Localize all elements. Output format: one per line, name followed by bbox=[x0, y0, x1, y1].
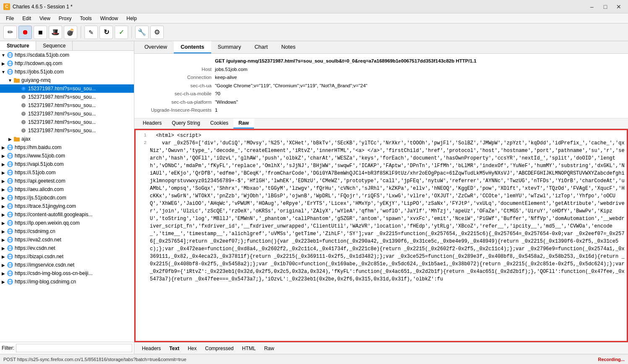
tree-item[interactable]: ?152371987.html?s=sou_sou... bbox=[0, 110, 134, 118]
tab-notes[interactable]: Notes bbox=[275, 41, 302, 53]
pencil-button[interactable]: ✎ bbox=[84, 26, 98, 39]
minimize-button[interactable]: – bbox=[586, 2, 598, 11]
tree-item[interactable]: ▶https://csdnimg.cn bbox=[0, 227, 134, 236]
tree-item[interactable]: ▶https://content-autofill.googleapis... bbox=[0, 210, 134, 219]
tree-item[interactable]: ▼https://scdata.51job.com bbox=[0, 51, 134, 59]
tree-item[interactable]: ?152371987.html?s=sou_sou... bbox=[0, 101, 134, 110]
tree-item[interactable]: ▼https://jobs.51job.com bbox=[0, 68, 134, 76]
menu-tools[interactable]: Tools bbox=[76, 15, 96, 22]
bottomtab-text[interactable]: Text bbox=[165, 345, 183, 352]
tree-expander[interactable]: ▶ bbox=[0, 246, 7, 251]
tree-item[interactable]: ▶https://lp.open.weixin.qq.com bbox=[0, 219, 134, 227]
tree-expander[interactable]: ▶ bbox=[0, 162, 7, 167]
tree-expander[interactable]: ▶ bbox=[0, 170, 7, 175]
tab-chart[interactable]: Chart bbox=[248, 41, 275, 53]
subtab-querystring[interactable]: Query String bbox=[167, 118, 205, 128]
tree-item[interactable]: ?152371987.html?s=sou_sou... bbox=[0, 84, 134, 93]
tree-area[interactable]: ▼https://scdata.51job.com▶http://scdown.… bbox=[0, 51, 134, 342]
tab-summary[interactable]: Summary bbox=[211, 41, 248, 53]
tree-icon bbox=[7, 262, 13, 268]
menu-edit[interactable]: Edit bbox=[18, 15, 35, 22]
filter-input[interactable] bbox=[16, 344, 132, 352]
tree-expander[interactable]: ▶ bbox=[0, 154, 7, 158]
tree-expander[interactable]: ▶ bbox=[0, 263, 7, 267]
tree-label: 152371987.html?s=sou_sou... bbox=[28, 94, 96, 100]
code-area[interactable]: 1 <html> <script>2 var _0x2576=['div','d… bbox=[134, 129, 628, 342]
menu-view[interactable]: View bbox=[35, 15, 55, 22]
line-number: 2 bbox=[137, 139, 150, 283]
tree-expander[interactable]: ▶ bbox=[0, 187, 7, 192]
tree-item[interactable]: ?152371987.html?s=sou_sou... bbox=[0, 93, 134, 101]
subtab-cookies[interactable]: Cookies bbox=[205, 118, 233, 128]
hat-button[interactable]: 🎩 bbox=[49, 26, 62, 39]
bottomtab-headers[interactable]: Headers bbox=[138, 345, 165, 352]
tree-expander[interactable]: ▶ bbox=[0, 212, 7, 217]
subtab-headers[interactable]: Headers bbox=[138, 118, 167, 128]
tree-item[interactable]: ▶https://i.51job.com bbox=[0, 168, 134, 177]
close-button[interactable]: ✕ bbox=[613, 2, 625, 11]
tab-contents[interactable]: Contents bbox=[174, 41, 211, 53]
tab-structure[interactable]: Structure bbox=[0, 41, 36, 50]
bottomtab-html[interactable]: HTML bbox=[238, 345, 260, 352]
tree-icon bbox=[7, 169, 13, 176]
req-sec-ch-ua-label: sec-ch-ua bbox=[139, 82, 215, 90]
tree-item[interactable]: ▶https://hm.baidu.com bbox=[0, 143, 134, 152]
bottomtab-raw[interactable]: Raw bbox=[260, 345, 278, 352]
stop-button[interactable]: ⏹ bbox=[34, 26, 47, 39]
tree-item[interactable]: ▶https://csdn-img-blog.oss-cn-beiji... bbox=[0, 269, 134, 278]
tree-item[interactable]: ?152371987.html?s=sou_sou... bbox=[0, 118, 134, 126]
tree-item[interactable]: ▶https://www.51job.com bbox=[0, 152, 134, 160]
tree-expander[interactable]: ▶ bbox=[0, 179, 7, 183]
tree-item[interactable]: ▶https://trace.51jingying.com bbox=[0, 202, 134, 210]
tree-expander[interactable]: ▶ bbox=[0, 238, 7, 242]
tree-expander[interactable]: ▼ bbox=[7, 78, 13, 83]
tree-expander[interactable]: ▶ bbox=[0, 229, 7, 234]
tree-expander[interactable]: ▶ bbox=[0, 196, 7, 200]
refresh-button[interactable]: ↻ bbox=[99, 26, 113, 39]
tree-item[interactable]: ▶http://scdown.qq.com bbox=[0, 59, 134, 68]
tree-item[interactable]: ?152371987.html?s=sou_sou... bbox=[0, 126, 134, 135]
tree-label: https://bizapi.csdn.net bbox=[15, 254, 63, 259]
gear-button[interactable]: ⚙ bbox=[150, 26, 164, 39]
tree-item[interactable]: ▶https://js.51jobcdn.com bbox=[0, 194, 134, 202]
menu-file[interactable]: File bbox=[2, 15, 18, 22]
tree-expander[interactable]: ▶ bbox=[0, 61, 7, 66]
tree-expander[interactable]: ▶ bbox=[0, 221, 7, 225]
tree-expander[interactable]: ▼ bbox=[0, 53, 7, 58]
check-button[interactable]: ✓ bbox=[115, 26, 128, 39]
tree-expander[interactable]: ▶ bbox=[0, 280, 7, 284]
tree-expander[interactable]: ▶ bbox=[7, 137, 13, 141]
menu-proxy[interactable]: Proxy bbox=[55, 15, 76, 22]
wrench-button[interactable]: 🔧 bbox=[135, 26, 149, 39]
tree-item[interactable]: ▶https://ev.csdn.net bbox=[0, 244, 134, 252]
bottomtab-hex[interactable]: Hex bbox=[183, 345, 201, 352]
restore-button[interactable]: □ bbox=[599, 2, 611, 11]
tree-item[interactable]: ▶https://api.geetest.com bbox=[0, 177, 134, 185]
menu-window[interactable]: Window bbox=[96, 15, 123, 22]
tab-sequence[interactable]: Sequence bbox=[36, 41, 73, 50]
tree-item[interactable]: ▶https://aeu.alicdn.com bbox=[0, 185, 134, 194]
bomb-button[interactable]: 💣 bbox=[64, 26, 77, 39]
tree-expander[interactable]: ▶ bbox=[0, 204, 7, 209]
tree-item[interactable]: ▶https://eva2.csdn.net bbox=[0, 236, 134, 244]
tree-expander[interactable]: ▼ bbox=[0, 70, 7, 74]
subtab-raw[interactable]: Raw bbox=[233, 118, 254, 128]
tree-item[interactable]: ▼guiyang-nmq bbox=[0, 76, 134, 84]
bottom-tabs: Headers Text Hex Compressed HTML Raw bbox=[134, 342, 628, 354]
pen-tool-button[interactable]: ✏ bbox=[3, 26, 17, 39]
tree-item[interactable]: ▶https://imgservice.csdn.net bbox=[0, 261, 134, 269]
tab-overview[interactable]: Overview bbox=[138, 41, 174, 53]
tree-expander[interactable]: ▶ bbox=[0, 145, 7, 150]
tree-item[interactable]: ▶https://img-blog.csdnimg.cn bbox=[0, 278, 134, 286]
tree-label: https://lp.open.weixin.qq.com bbox=[15, 220, 80, 226]
menu-help[interactable]: Help bbox=[122, 15, 141, 22]
tree-label: https://ev.csdn.net bbox=[15, 245, 55, 251]
tree-item[interactable]: ▶ajax bbox=[0, 135, 134, 143]
tree-expander[interactable]: ▶ bbox=[0, 271, 7, 276]
tree-item[interactable]: ▶https://vapi.51job.com bbox=[0, 160, 134, 168]
tree-item[interactable]: ▶https://bizapi.csdn.net bbox=[0, 252, 134, 261]
tree-expander[interactable]: ▶ bbox=[0, 254, 7, 259]
record-button[interactable]: ⏺ bbox=[18, 26, 32, 39]
bottomtab-compressed[interactable]: Compressed bbox=[201, 345, 238, 352]
tree-icon bbox=[7, 203, 13, 209]
